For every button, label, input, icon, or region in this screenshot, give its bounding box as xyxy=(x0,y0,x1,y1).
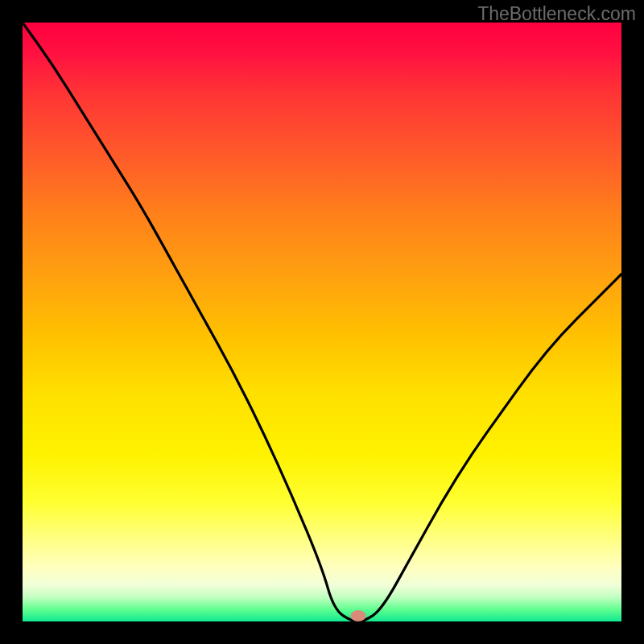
chart-container: TheBottleneck.com xyxy=(0,0,644,644)
optimal-point-marker xyxy=(350,610,365,621)
curve-svg xyxy=(23,23,621,621)
watermark-text: TheBottleneck.com xyxy=(477,3,636,25)
plot-area xyxy=(23,23,621,621)
bottleneck-curve xyxy=(23,23,621,621)
